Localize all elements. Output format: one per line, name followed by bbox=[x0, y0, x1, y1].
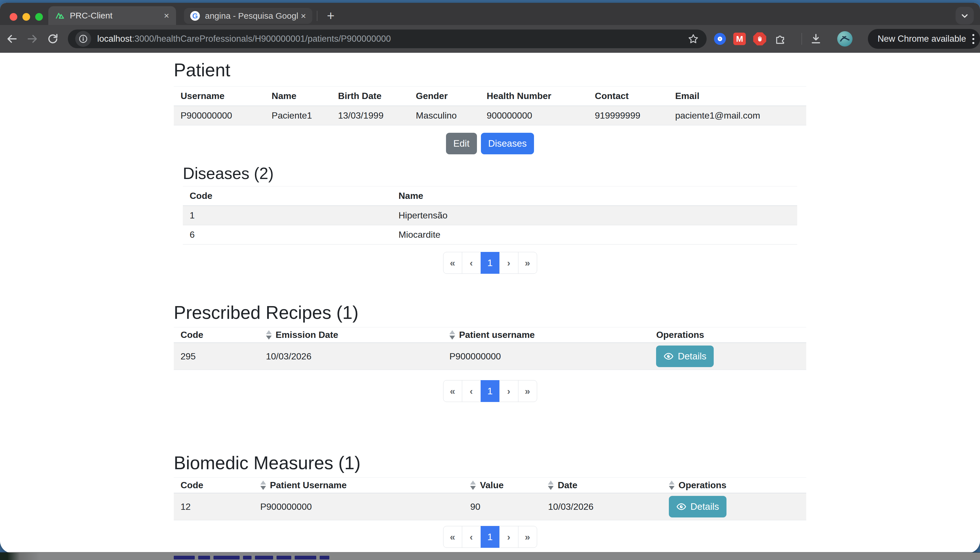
measures-table: Code Patient Username Value Date Operati… bbox=[174, 477, 806, 520]
diseases-table: Code Name 1 Hipertensão 6 Miocardi bbox=[183, 186, 797, 245]
col-date[interactable]: Date bbox=[541, 478, 662, 493]
patient-birth-date: 13/03/1999 bbox=[331, 106, 409, 125]
sort-icon[interactable] bbox=[470, 480, 476, 490]
tab-title: PRC-Client bbox=[70, 11, 161, 20]
recipe-details-button[interactable]: Details bbox=[656, 345, 714, 367]
back-button[interactable] bbox=[3, 30, 20, 48]
sort-icon[interactable] bbox=[449, 330, 455, 340]
patient-contact: 919999999 bbox=[588, 106, 668, 125]
col-health-number: Health Number bbox=[480, 87, 588, 106]
next-page-button[interactable]: › bbox=[499, 380, 518, 402]
last-page-button[interactable]: » bbox=[518, 526, 537, 548]
menu-kebab-icon[interactable] bbox=[972, 34, 974, 44]
url-host: localhost bbox=[97, 34, 132, 44]
measure-row: 12 P900000000 90 10/03/2026 bbox=[174, 493, 806, 520]
measures-section: Biomedic Measures (1) Code Patient Usern… bbox=[174, 452, 806, 548]
measure-patient-username: P900000000 bbox=[254, 493, 464, 520]
profile-avatar[interactable] bbox=[837, 31, 853, 47]
bookmark-star-icon[interactable] bbox=[687, 33, 699, 45]
col-username: Username bbox=[174, 87, 265, 106]
col-emission-date[interactable]: Emission Date bbox=[259, 327, 442, 343]
mountain-logo-icon bbox=[55, 11, 65, 20]
update-label: New Chrome available bbox=[878, 34, 966, 44]
extensions-puzzle-icon[interactable] bbox=[774, 32, 787, 45]
col-operations[interactable]: Operations bbox=[662, 478, 806, 493]
last-page-button[interactable]: » bbox=[518, 380, 537, 402]
col-patient-username[interactable]: Patient Username bbox=[254, 478, 464, 493]
measure-value: 90 bbox=[463, 493, 541, 520]
downloads-button[interactable] bbox=[810, 32, 823, 45]
disease-code: 1 bbox=[183, 206, 392, 225]
recipe-row: 295 10/03/2026 P900000000 bbox=[174, 343, 806, 370]
patient-name: Paciente1 bbox=[265, 106, 331, 125]
recipes-header-row: Code Emission Date Patient username Oper… bbox=[174, 327, 806, 343]
browser-window: PRC-Client × G angina - Pesquisa Google … bbox=[0, 3, 980, 553]
diseases-button[interactable]: Diseases bbox=[481, 133, 534, 154]
measures-pagination: « ‹ 1 › » bbox=[174, 526, 806, 548]
tab-title: angina - Pesquisa Google bbox=[205, 11, 298, 21]
col-value[interactable]: Value bbox=[463, 478, 541, 493]
sort-icon[interactable] bbox=[669, 480, 674, 490]
recipe-patient-username: P900000000 bbox=[442, 343, 649, 370]
blue-extension-icon[interactable] bbox=[714, 33, 726, 45]
forward-button[interactable] bbox=[24, 30, 41, 48]
chrome-update-button[interactable]: New Chrome available bbox=[868, 29, 980, 49]
col-email: Email bbox=[668, 87, 806, 106]
hand-icon bbox=[756, 35, 763, 43]
toolbar-divider bbox=[801, 33, 802, 45]
patient-row: P900000000 Paciente1 13/03/1999 Masculin… bbox=[174, 106, 806, 125]
last-page-button[interactable]: » bbox=[518, 252, 537, 274]
disease-name: Hipertensão bbox=[392, 206, 797, 225]
page-content: Patient Username Name Birth Date Gender … bbox=[0, 53, 980, 553]
disease-name: Miocardite bbox=[392, 225, 797, 245]
mendeley-extension-icon[interactable]: M bbox=[733, 33, 746, 45]
sort-icon[interactable] bbox=[260, 480, 266, 490]
close-window-button[interactable] bbox=[10, 13, 17, 21]
tab-prc-client[interactable]: PRC-Client × bbox=[48, 6, 176, 25]
recipes-section-title: Prescribed Recipes (1) bbox=[174, 302, 806, 323]
sort-icon[interactable] bbox=[266, 330, 272, 340]
first-page-button[interactable]: « bbox=[443, 380, 462, 402]
sort-icon[interactable] bbox=[548, 480, 554, 490]
close-tab-icon[interactable]: × bbox=[164, 10, 169, 21]
next-page-button[interactable]: › bbox=[499, 252, 518, 274]
site-info-button[interactable] bbox=[75, 31, 91, 47]
forward-arrow-icon bbox=[26, 33, 38, 45]
measure-details-button[interactable]: Details bbox=[669, 496, 726, 517]
diseases-pagination: « ‹ 1 › » bbox=[183, 252, 797, 274]
page-1-button[interactable]: 1 bbox=[481, 526, 500, 548]
diseases-section: Diseases (2) Code Name 1 Hipertensão bbox=[174, 164, 806, 274]
close-tab-icon[interactable]: × bbox=[301, 11, 306, 21]
url-text[interactable]: localhost:3000/healthCareProfessionals/H… bbox=[97, 34, 688, 44]
edit-button[interactable]: Edit bbox=[446, 133, 477, 154]
patient-table: Username Name Birth Date Gender Health N… bbox=[174, 86, 806, 125]
tab-google-search[interactable]: G angina - Pesquisa Google × bbox=[184, 8, 312, 24]
recipe-operations: Details bbox=[649, 343, 806, 370]
prev-page-button[interactable]: ‹ bbox=[462, 380, 481, 402]
first-page-button[interactable]: « bbox=[443, 526, 462, 548]
page-1-button[interactable]: 1 bbox=[481, 380, 500, 402]
col-birth-date: Birth Date bbox=[331, 87, 409, 106]
col-code: Code bbox=[174, 478, 254, 493]
new-tab-button[interactable]: + bbox=[322, 7, 339, 24]
measures-section-title: Biomedic Measures (1) bbox=[174, 452, 806, 473]
col-name: Name bbox=[392, 187, 797, 206]
next-page-button[interactable]: › bbox=[499, 526, 518, 548]
measures-header-row: Code Patient Username Value Date Operati… bbox=[174, 478, 806, 493]
url-path: :3000/healthCareProfessionals/H900000001… bbox=[132, 34, 391, 44]
adblock-extension-icon[interactable] bbox=[753, 32, 766, 45]
recipes-table: Code Emission Date Patient username Oper… bbox=[174, 327, 806, 370]
google-icon: G bbox=[190, 11, 200, 21]
reload-button[interactable] bbox=[44, 30, 61, 48]
info-icon bbox=[78, 34, 88, 44]
prev-page-button[interactable]: ‹ bbox=[462, 252, 481, 274]
tab-search-button[interactable] bbox=[956, 7, 974, 24]
page-1-button[interactable]: 1 bbox=[481, 252, 500, 274]
col-patient-username[interactable]: Patient username bbox=[442, 327, 649, 343]
minimize-window-button[interactable] bbox=[22, 13, 30, 21]
zoom-window-button[interactable] bbox=[35, 13, 43, 21]
prev-page-button[interactable]: ‹ bbox=[462, 526, 481, 548]
first-page-button[interactable]: « bbox=[443, 252, 462, 274]
eye-icon bbox=[676, 502, 686, 512]
address-bar[interactable]: localhost:3000/healthCareProfessionals/H… bbox=[68, 30, 707, 48]
